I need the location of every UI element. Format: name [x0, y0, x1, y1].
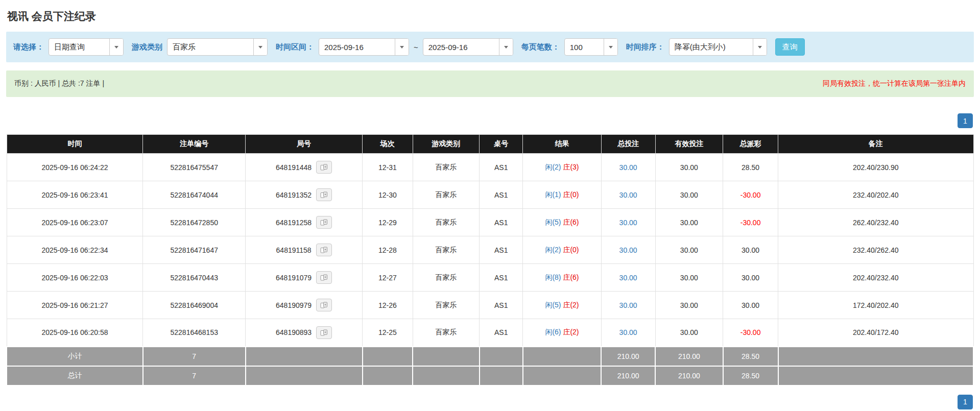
cell-game-type: 百家乐 [413, 209, 480, 236]
cards-icon [320, 274, 328, 281]
record-row: 2025-09-16 06:23:41522816474044648191352… [7, 181, 973, 209]
round-detail-button[interactable] [316, 271, 332, 284]
game-type-input[interactable] [168, 39, 253, 55]
query-type-input[interactable] [49, 39, 109, 55]
total-bet-link[interactable]: 30.00 [619, 191, 637, 199]
cell-total-bet: 30.00 [601, 292, 655, 319]
column-header: 有效投注 [655, 135, 723, 154]
column-header: 注单编号 [143, 135, 246, 154]
summary-count: 7 [143, 366, 246, 385]
page-button-1[interactable]: 1 [958, 395, 973, 409]
result-player: 闲(1) [545, 190, 561, 199]
cell-table-no: AS1 [480, 154, 523, 181]
round-detail-button[interactable] [316, 326, 332, 339]
total-bet-link[interactable]: 30.00 [619, 163, 637, 172]
record-row: 2025-09-16 06:22:03522816470443648191079… [7, 264, 973, 292]
summary-label: 总计 [7, 366, 143, 385]
search-button[interactable]: 查询 [775, 38, 805, 56]
cell-table-no: AS1 [480, 319, 523, 347]
cards-icon [320, 329, 328, 336]
total-bet-link[interactable]: 30.00 [619, 301, 637, 309]
result-banker: 庄(0) [563, 190, 579, 199]
record-row: 2025-09-16 06:20:58522816468153648190893… [7, 319, 973, 347]
cell-time: 2025-09-16 06:20:58 [7, 319, 143, 347]
round-detail-button[interactable] [316, 299, 332, 311]
column-header: 备注 [778, 135, 973, 154]
round-id-text: 648191352 [276, 191, 312, 199]
cell-session: 12-29 [363, 209, 413, 236]
cell-game-type: 百家乐 [413, 292, 480, 319]
time-range-label: 时间区间： [276, 42, 314, 52]
sort-dropdown-button[interactable] [753, 39, 767, 55]
date-from-picker [319, 38, 409, 56]
cell-result: 闲(5) 庄(2) [523, 292, 601, 319]
summary-total-bet: 210.00 [601, 347, 655, 366]
cell-payout: 30.00 [723, 236, 778, 264]
cell-payout: -30.00 [723, 181, 778, 209]
cell-result: 闲(8) 庄(6) [523, 264, 601, 292]
cell-bet-id: 522816475547 [143, 154, 246, 181]
cell-total-bet: 30.00 [601, 154, 655, 181]
table-body: 2025-09-16 06:24:22522816475547648191448… [7, 154, 973, 347]
cell-round-id: 648191352 [246, 181, 363, 209]
column-header: 场次 [363, 135, 413, 154]
round-detail-button[interactable] [316, 244, 332, 256]
result-player: 闲(2) [545, 163, 561, 171]
cell-remark: 202.40/232.40 [778, 264, 973, 292]
chevron-down-icon [258, 46, 262, 49]
round-detail-button[interactable] [316, 188, 332, 201]
date-to-input[interactable] [423, 39, 499, 55]
total-bet-link[interactable]: 30.00 [619, 328, 637, 336]
cards-icon [320, 247, 328, 253]
filter-bar: 请选择： 游戏类别 时间区间： ~ [6, 32, 974, 62]
cell-table-no: AS1 [480, 236, 523, 264]
date-to-dropdown-button[interactable] [499, 39, 513, 55]
cell-game-type: 百家乐 [413, 181, 480, 209]
column-header: 结果 [523, 135, 601, 154]
cell-total-bet: 30.00 [601, 264, 655, 292]
bet-records-table: 时间注单编号局号场次游戏类别桌号结果总投注有效投注总派彩备注 2025-09-1… [6, 134, 974, 386]
round-detail-button[interactable] [316, 161, 332, 174]
result-banker: 庄(2) [563, 328, 579, 336]
round-detail-button[interactable] [316, 216, 332, 229]
total-bet-link[interactable]: 30.00 [619, 219, 637, 227]
cell-valid-bet: 30.00 [655, 292, 723, 319]
round-id-text: 648190979 [276, 301, 312, 309]
cell-round-id: 648190893 [246, 319, 363, 347]
total-bet-link[interactable]: 30.00 [619, 274, 637, 282]
result-player: 闲(6) [545, 328, 561, 336]
cell-payout: -30.00 [723, 209, 778, 236]
game-type-dropdown-button[interactable] [253, 39, 267, 55]
cell-game-type: 百家乐 [413, 319, 480, 347]
query-type-select [49, 38, 124, 56]
summary-label: 小计 [7, 347, 143, 366]
summary-currency-count: 币别 : 人民币 | 总共 :7 注单 | [14, 79, 104, 88]
cell-payout: 28.50 [723, 154, 778, 181]
page-size-input[interactable] [565, 39, 604, 55]
date-from-dropdown-button[interactable] [395, 39, 409, 55]
filter-group-page-size: 每页笔数： [521, 38, 618, 56]
cell-total-bet: 30.00 [601, 209, 655, 236]
cell-remark: 202.40/172.40 [778, 319, 973, 347]
result-player: 闲(8) [545, 273, 561, 281]
page-button-1[interactable]: 1 [958, 113, 973, 128]
cards-icon [320, 191, 328, 198]
query-type-dropdown-button[interactable] [109, 39, 123, 55]
sort-input[interactable] [670, 39, 753, 55]
date-from-input[interactable] [319, 39, 395, 55]
result-player: 闲(5) [545, 218, 561, 226]
cell-time: 2025-09-16 06:22:03 [7, 264, 143, 292]
column-header: 局号 [246, 135, 363, 154]
cell-session: 12-25 [363, 319, 413, 347]
cell-round-id: 648191448 [246, 154, 363, 181]
cell-result: 闲(1) 庄(0) [523, 181, 601, 209]
column-header: 桌号 [480, 135, 523, 154]
total-bet-link[interactable]: 30.00 [619, 246, 637, 254]
result-banker: 庄(3) [563, 163, 579, 171]
column-header: 总投注 [601, 135, 655, 154]
page-size-dropdown-button[interactable] [604, 39, 617, 55]
game-type-select [167, 38, 268, 56]
cell-valid-bet: 30.00 [655, 181, 723, 209]
cell-session: 12-30 [363, 181, 413, 209]
cell-game-type: 百家乐 [413, 264, 480, 292]
